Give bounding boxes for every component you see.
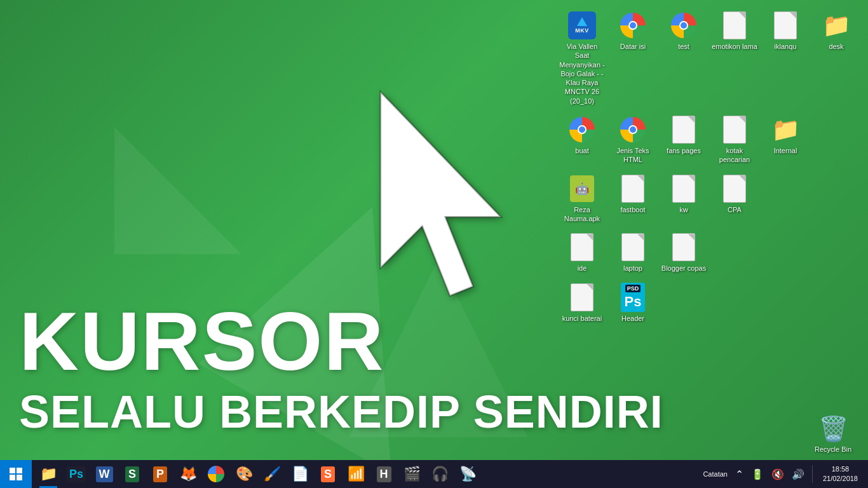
desktop-icon-internal[interactable]: 📁Internal (760, 111, 811, 170)
desktop-icon-cpa[interactable]: CPA (709, 170, 760, 229)
desktop-icon-img-internal: 📁 (771, 116, 799, 144)
desktop-icon-label-iklanqu: iklanqu (775, 42, 797, 51)
desktop-icon-label-kotak-pencarian: kotak pencarian (712, 146, 757, 165)
desktop-icon-img-cpa (721, 175, 749, 203)
desktop-icon-label-laptop: laptop (623, 264, 642, 273)
text-line-2: SELALU BERKEDIP SENDIRI (19, 387, 663, 437)
desktop-icon-label-reza-nauma: Reza Nauma.apk (559, 205, 605, 224)
icon-row-3: ide laptop Blogger copas (557, 228, 862, 278)
desktop-icon-img-kunci-baterai (568, 283, 596, 311)
desktop-icon-label-internal: Internal (774, 146, 797, 155)
taskbar-app-notepad[interactable]: 📄 (286, 460, 314, 488)
tray-mute-icon: 🔇 (769, 468, 787, 480)
clock-date: 21/02/2018 (823, 474, 858, 484)
desktop-icon-header[interactable]: PSDPsHeader (607, 278, 658, 328)
bg-shape-3 (114, 127, 241, 254)
tray-battery-icon: 🔋 (749, 468, 766, 480)
taskbar-app-spreadsheet[interactable]: S (118, 460, 146, 488)
desktop-icon-label-blogger-copas: Blogger copas (661, 264, 706, 273)
taskbar-app-photoshop[interactable]: Ps (62, 460, 90, 488)
taskbar-app-presentation[interactable]: P (146, 460, 174, 488)
svg-rect-2 (17, 468, 22, 473)
recycle-bin[interactable]: 🗑️ Recycle Bin (811, 415, 855, 453)
desktop-icon-img-fastboot (619, 175, 647, 203)
taskbar-app-wifi[interactable]: 📶 (342, 460, 370, 488)
desktop-icon-label-cpa: CPA (728, 205, 742, 214)
desktop-icon-img-iklanqu (771, 11, 799, 39)
desktop-icon-label-via-vallen: Via Vallen Saat Menyanyikan - Bojo Galak… (559, 42, 605, 105)
taskbar-app-sublime[interactable]: S (314, 460, 342, 488)
taskbar-app-file-explorer[interactable]: 📁 (34, 460, 62, 488)
desktop-icon-label-datar-isi: Datar isi (620, 42, 646, 51)
desktop-icon-desk[interactable]: 📁desk (811, 6, 862, 111)
psd-icon-img: PSDPs (621, 283, 645, 312)
desktop-icon-img-kotak-pencarian (721, 116, 749, 144)
desktop-icon-buat[interactable]: buat (557, 111, 607, 170)
desktop-icon-img-jenis-teks-html (619, 116, 647, 144)
desktop-icon-via-vallen[interactable]: MKV Via Vallen Saat Menyanyikan - Bojo G… (557, 6, 607, 111)
start-button[interactable] (0, 460, 32, 488)
desktop-icon-emotikon-lama[interactable]: emotikon lama (709, 6, 760, 111)
desktop-icon-blogger-copas[interactable]: Blogger copas (658, 228, 709, 278)
desktop-icon-img-fans-pages (670, 116, 698, 144)
desktop-icon-kw[interactable]: kw (658, 170, 709, 229)
desktop-icon-label-jenis-teks-html: Jenis Teks HTML (610, 146, 656, 165)
desktop-icon-test[interactable]: test (658, 6, 709, 111)
tray-divider (812, 465, 813, 483)
desktop-icons-area: MKV Via Vallen Saat Menyanyikan - Bojo G… (557, 6, 862, 328)
svg-rect-3 (10, 475, 15, 480)
recycle-bin-label: Recycle Bin (815, 445, 851, 453)
desktop-icon-img-buat (568, 116, 596, 144)
recycle-bin-icon: 🗑️ (818, 415, 848, 443)
desktop-icon-label-fastboot: fastboot (620, 205, 645, 214)
svg-rect-1 (10, 468, 15, 473)
desktop-icon-label-buat: buat (575, 146, 588, 155)
desktop-icon-img-blogger-copas (670, 233, 698, 261)
taskbar-app-media[interactable]: 🎬 (398, 460, 426, 488)
desktop-icon-label-ide: ide (578, 264, 587, 273)
icon-row-4: kunci bateraiPSDPsHeader (557, 278, 862, 328)
apk-icon-img: 🤖 (570, 175, 594, 202)
desktop-icon-label-desk: desk (829, 42, 843, 51)
taskbar-pinned-apps: 📁 Ps W S P 🦊 (32, 460, 484, 488)
clock-time: 18:58 (832, 464, 850, 474)
catatan-tray[interactable]: Catatan (700, 469, 730, 479)
desktop-icon-img-ide (568, 233, 596, 261)
desktop-icon-label-emotikon-lama: emotikon lama (712, 42, 757, 51)
desktop-icon-img-header: PSDPs (619, 283, 647, 311)
desktop-icon-img-laptop (619, 233, 647, 261)
tray-chevron-up[interactable]: ⌃ (733, 468, 746, 480)
desktop-icon-fastboot[interactable]: fastboot (607, 170, 658, 229)
desktop-icon-iklanqu[interactable]: iklanqu (760, 6, 811, 111)
desktop-icon-kunci-baterai[interactable]: kunci baterai (557, 278, 607, 328)
desktop-icon-label-test: test (678, 42, 689, 51)
system-tray: Catatan ⌃ 🔋 🔇 🔊 18:58 21/02/2018 (695, 460, 868, 488)
icon-row-2: 🤖Reza Nauma.apk fastboot kw CPA (557, 170, 862, 229)
taskbar-app-remote[interactable]: 📡 (454, 460, 482, 488)
desktop-icon-laptop[interactable]: laptop (607, 228, 658, 278)
desktop-icon-label-kw: kw (679, 205, 688, 214)
taskbar: 📁 Ps W S P 🦊 (0, 460, 868, 488)
icon-row-0: MKV Via Vallen Saat Menyanyikan - Bojo G… (557, 6, 862, 111)
desktop-icon-kotak-pencarian[interactable]: kotak pencarian (709, 111, 760, 170)
clock[interactable]: 18:58 21/02/2018 (818, 460, 863, 488)
taskbar-app-paint-colorful[interactable]: 🎨 (230, 460, 258, 488)
desktop-icon-jenis-teks-html[interactable]: Jenis Teks HTML (607, 111, 658, 170)
taskbar-app-chrome[interactable] (202, 460, 230, 488)
desktop-icon-img-datar-isi (619, 11, 647, 39)
desktop-icon-datar-isi[interactable]: Datar isi (607, 6, 658, 111)
desktop-icon-reza-nauma[interactable]: 🤖Reza Nauma.apk (557, 170, 607, 229)
taskbar-app-h[interactable]: H (370, 460, 398, 488)
taskbar-app-paintbrush[interactable]: 🖌️ (258, 460, 286, 488)
tray-volume-icon[interactable]: 🔊 (789, 468, 807, 480)
taskbar-app-audio[interactable]: 🎧 (426, 460, 454, 488)
desktop-icon-img-kw (670, 175, 698, 203)
taskbar-app-word[interactable]: W (90, 460, 118, 488)
desktop-icon-ide[interactable]: ide (557, 228, 607, 278)
desktop: KURSOR SELALU BERKEDIP SENDIRI MKV Via V… (0, 0, 868, 488)
desktop-icon-fans-pages[interactable]: fans pages (658, 111, 709, 170)
svg-rect-4 (17, 475, 22, 480)
taskbar-app-firefox[interactable]: 🦊 (174, 460, 202, 488)
desktop-icon-img-emotikon-lama (721, 11, 749, 39)
desktop-icon-img-desk: 📁 (822, 11, 850, 39)
